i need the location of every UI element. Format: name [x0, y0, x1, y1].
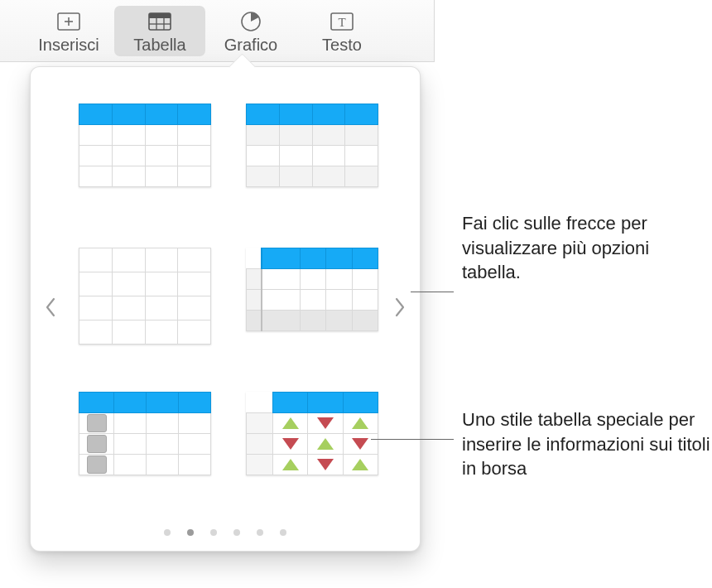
- page-dots: [31, 529, 420, 536]
- table-style-stock-triangles[interactable]: [246, 392, 378, 508]
- triangle-up-icon: [352, 417, 368, 429]
- page-dot[interactable]: [233, 529, 240, 536]
- checkbox-icon: [87, 455, 107, 474]
- checkbox-icon: [87, 435, 107, 453]
- triangle-down-icon: [317, 417, 334, 429]
- toolbar-item-tabella[interactable]: Tabella: [114, 6, 205, 56]
- toolbar-label: Inserisci: [38, 36, 99, 55]
- table-style-header-checkbox-column[interactable]: [79, 392, 211, 508]
- triangle-down-icon: [282, 438, 299, 450]
- table-style-no-header[interactable]: [79, 248, 211, 364]
- toolbar-label: Grafico: [224, 36, 277, 55]
- toolbar-label: Testo: [322, 36, 362, 55]
- text-icon: T: [330, 11, 354, 32]
- toolbar-item-grafico[interactable]: Grafico: [205, 6, 296, 56]
- callout-leader-line: [371, 439, 454, 440]
- toolbar: Inserisci Tabella Grafico T Testo: [0, 0, 435, 62]
- page-dot[interactable]: [257, 529, 263, 536]
- page-dot[interactable]: [164, 529, 171, 536]
- chart-icon: [238, 11, 263, 32]
- insert-icon: [56, 11, 81, 32]
- toolbar-label: Tabella: [133, 36, 185, 55]
- triangle-down-icon: [352, 438, 368, 450]
- page-dot[interactable]: [210, 529, 217, 536]
- svg-text:T: T: [338, 16, 345, 29]
- table-styles-grid: [79, 104, 372, 508]
- triangle-up-icon: [282, 459, 299, 470]
- table-style-header-gutter-footer[interactable]: [246, 248, 378, 364]
- table-style-header-plain[interactable]: [79, 104, 211, 219]
- page-dot[interactable]: [187, 529, 194, 536]
- prev-page-button[interactable]: [39, 297, 62, 321]
- checkbox-icon: [87, 414, 107, 432]
- page-dot[interactable]: [280, 529, 286, 536]
- callout-leader-line: [411, 292, 454, 292]
- triangle-up-icon: [282, 417, 299, 429]
- toolbar-item-inserisci[interactable]: Inserisci: [23, 6, 114, 56]
- triangle-down-icon: [317, 459, 334, 470]
- table-style-header-alternating[interactable]: [246, 104, 378, 219]
- callout-arrows: Fai clic sulle frecce per visualizzare p…: [462, 211, 710, 285]
- table-styles-popover: [30, 66, 421, 552]
- next-page-button[interactable]: [388, 297, 411, 321]
- svg-rect-4: [149, 13, 171, 18]
- triangle-up-icon: [317, 438, 334, 450]
- table-icon: [147, 11, 172, 32]
- toolbar-item-testo[interactable]: T Testo: [296, 6, 387, 56]
- callout-stock-style: Uno stile tabella speciale per inserire …: [462, 407, 710, 481]
- triangle-up-icon: [352, 459, 368, 470]
